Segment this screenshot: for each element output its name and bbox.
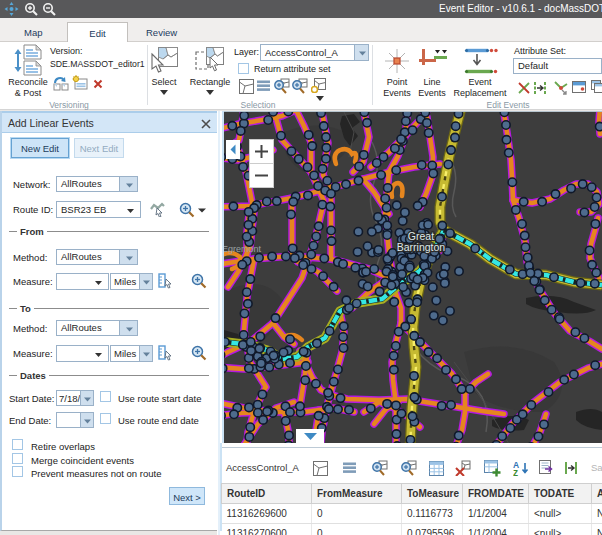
svg-text:Egremont: Egremont xyxy=(224,244,262,254)
svg-text:Z: Z xyxy=(513,469,518,477)
svg-text:Barrington: Barrington xyxy=(397,241,446,253)
